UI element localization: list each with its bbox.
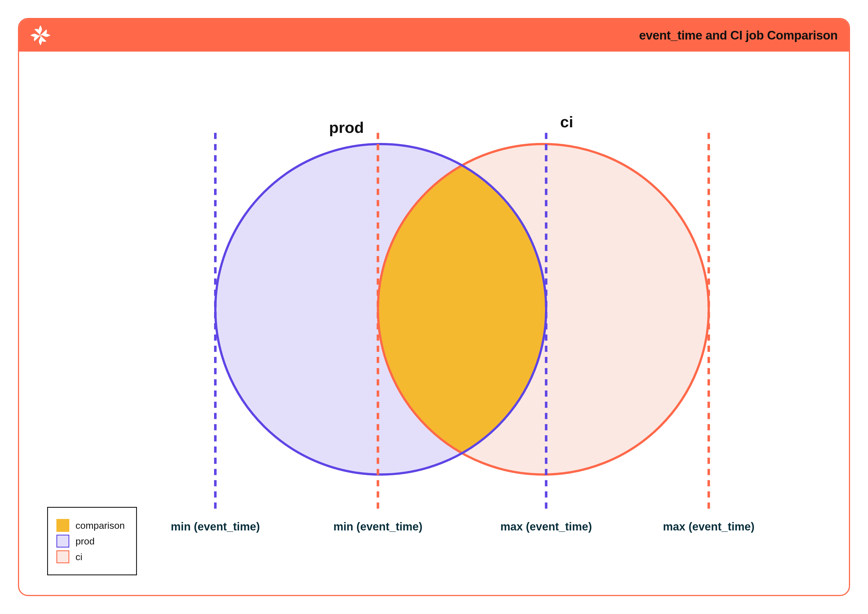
legend-item-ci: ci (56, 550, 125, 563)
window-titlebar: event_time and CI job Comparison (19, 19, 849, 51)
legend-swatch-prod (56, 535, 69, 547)
prod-min-label: min (event_time) (171, 520, 260, 533)
legend-label-comparison: comparison (76, 520, 125, 531)
window-title: event_time and CI job Comparison (639, 28, 838, 42)
legend-item-comparison: comparison (56, 519, 125, 532)
ci-min-label: min (event_time) (333, 520, 422, 533)
window-frame: event_time and CI job Comparison (18, 18, 850, 596)
legend-label-ci: ci (76, 552, 82, 563)
diagram-canvas: prod ci min (event_time) min (event_time… (19, 51, 849, 595)
legend-swatch-comparison (56, 519, 69, 532)
legend-label-prod: prod (76, 536, 95, 547)
ci-label: ci (560, 113, 573, 131)
ci-max-label: max (event_time) (663, 520, 754, 533)
prod-max-label: max (event_time) (500, 520, 592, 533)
legend: comparison prod ci (47, 507, 137, 575)
legend-item-prod: prod (56, 535, 125, 547)
legend-swatch-ci (56, 550, 69, 563)
prod-label: prod (329, 119, 364, 136)
x-logo-icon (30, 25, 51, 45)
